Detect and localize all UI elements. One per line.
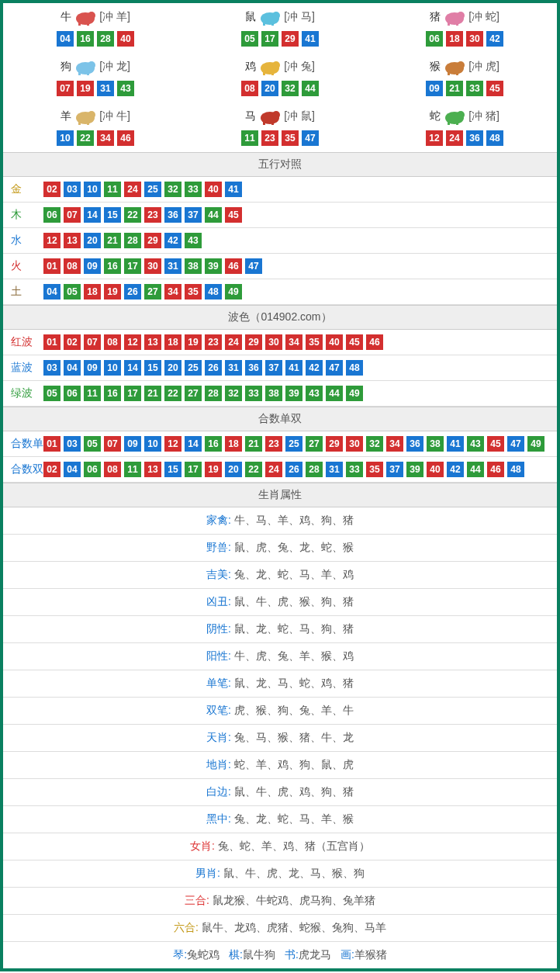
- attr-value: 兔、马、猴、猪、牛、龙: [234, 731, 354, 743]
- zodiac-animal-icon: [441, 8, 468, 26]
- svg-point-33: [457, 111, 465, 119]
- attr-value: 兔、龙、蛇、马、羊、猴: [234, 812, 354, 825]
- attr-row-12: 女肖: 兔、蛇、羊、鸡、猪（五宫肖）: [3, 833, 557, 860]
- number-ball: 41: [225, 182, 242, 197]
- number-ball: 10: [104, 360, 121, 376]
- number-ball: 14: [124, 360, 141, 376]
- zodiac-clash: [冲 马]: [284, 10, 315, 24]
- number-ball: 40: [205, 182, 222, 197]
- zodiac-cell-1: 鼠 [冲 马] 05172941: [188, 3, 372, 53]
- number-ball: 25: [285, 436, 302, 452]
- number-ball: 34: [285, 334, 302, 350]
- zodiac-name: 猪: [430, 10, 441, 24]
- number-ball: 24: [265, 462, 282, 477]
- zodiac-balls: 10223446: [3, 130, 188, 146]
- number-ball: 17: [124, 386, 141, 401]
- bose-row-1: 蓝波 03040910141520252631363741424748: [3, 355, 557, 381]
- zodiac-name: 牛: [60, 10, 71, 24]
- number-ball: 02: [43, 462, 60, 477]
- number-ball: 02: [43, 182, 60, 197]
- number-ball: 46: [117, 130, 134, 146]
- number-ball: 11: [84, 386, 101, 401]
- number-ball: 23: [144, 207, 161, 223]
- number-ball: 29: [144, 233, 161, 248]
- wuxing-balls: 04051819262734354849: [43, 284, 549, 300]
- zodiac-name: 羊: [60, 109, 71, 123]
- number-ball: 27: [144, 284, 161, 300]
- attr-value: 鼠、牛、虎、鸡、狗、猪: [234, 785, 354, 798]
- number-ball: 37: [185, 207, 202, 223]
- wuxing-row-2: 水 1213202128294243: [3, 228, 557, 254]
- attr-value: 鼠、龙、蛇、马、狗、猪: [234, 622, 354, 635]
- number-ball: 48: [507, 462, 524, 477]
- bottom-pair: 书:虎龙马: [285, 948, 331, 961]
- number-ball: 08: [104, 462, 121, 477]
- attr-row-8: 天肖: 兔、马、猴、猪、牛、龙: [3, 725, 557, 752]
- wuxing-balls: 0108091617303138394647: [43, 258, 549, 274]
- attr-row-13: 男肖: 鼠、牛、虎、龙、马、猴、狗: [3, 860, 557, 888]
- bose-balls: 0102070812131819232429303435404546: [43, 334, 549, 350]
- bottom-pair-value: 羊猴猪: [354, 948, 387, 961]
- number-ball: 01: [43, 334, 60, 350]
- bose-label: 绿波: [11, 386, 43, 400]
- bottom-pair-value: 虎龙马: [299, 948, 331, 961]
- number-ball: 07: [104, 436, 121, 452]
- number-ball: 15: [104, 207, 121, 223]
- number-ball: 40: [117, 31, 134, 47]
- heshu-label: 合数单: [11, 437, 43, 451]
- number-ball: 29: [282, 31, 299, 47]
- number-ball: 02: [64, 334, 81, 350]
- attr-label: 吉美:: [206, 568, 231, 580]
- number-ball: 21: [104, 233, 121, 248]
- zodiac-balls: 04162840: [3, 31, 188, 47]
- number-ball: 11: [241, 130, 258, 146]
- number-ball: 48: [486, 130, 503, 146]
- attr-label: 白边:: [206, 785, 231, 798]
- number-ball: 41: [302, 31, 319, 47]
- number-ball: 38: [265, 386, 282, 401]
- number-ball: 32: [282, 81, 299, 96]
- number-ball: 08: [241, 81, 258, 96]
- zodiac-cell-4: 鸡 [冲 兔] 08203244: [188, 53, 372, 102]
- number-ball: 04: [43, 284, 60, 300]
- attr-row-3: 凶丑: 鼠、牛、虎、猴、狗、猪: [3, 589, 557, 616]
- zodiac-cell-5: 猴 [冲 虎] 09213345: [372, 53, 557, 102]
- number-ball: 45: [487, 436, 504, 452]
- zodiac-name: 猴: [430, 60, 441, 74]
- number-ball: 06: [426, 31, 443, 47]
- zodiac-balls: 12243648: [372, 130, 557, 146]
- number-ball: 20: [164, 360, 181, 376]
- number-ball: 46: [366, 334, 383, 350]
- number-ball: 17: [261, 31, 278, 47]
- number-ball: 30: [144, 258, 161, 274]
- number-ball: 26: [285, 462, 302, 477]
- number-ball: 38: [185, 258, 202, 274]
- attr-value: 兔、龙、蛇、马、羊、鸡: [234, 568, 354, 580]
- number-ball: 13: [144, 462, 161, 477]
- number-ball: 33: [185, 182, 202, 197]
- svg-rect-7: [271, 22, 274, 26]
- svg-point-29: [272, 111, 280, 119]
- section-header-wuxing: 五行对照: [3, 152, 557, 177]
- zodiac-balls: 09213345: [372, 81, 557, 96]
- number-ball: 43: [467, 436, 484, 452]
- zodiac-balls: 08203244: [188, 81, 372, 96]
- number-ball: 22: [245, 462, 262, 477]
- number-ball: 09: [124, 436, 141, 452]
- attr-label: 凶丑:: [206, 595, 231, 608]
- number-ball: 39: [285, 386, 302, 401]
- number-ball: 19: [185, 334, 202, 350]
- wuxing-label: 金: [11, 182, 43, 196]
- svg-rect-30: [263, 121, 265, 125]
- number-ball: 43: [306, 386, 323, 401]
- number-ball: 07: [64, 207, 81, 223]
- number-ball: 13: [144, 334, 161, 350]
- number-ball: 35: [282, 130, 299, 146]
- number-ball: 35: [366, 462, 383, 477]
- number-ball: 40: [326, 334, 343, 350]
- zodiac-cell-6: 羊 [冲 牛] 10223446: [3, 102, 188, 152]
- number-ball: 48: [205, 284, 222, 300]
- wuxing-row-0: 金 02031011242532334041: [3, 177, 557, 203]
- number-ball: 34: [386, 436, 403, 452]
- attr-label: 阴性:: [206, 622, 231, 635]
